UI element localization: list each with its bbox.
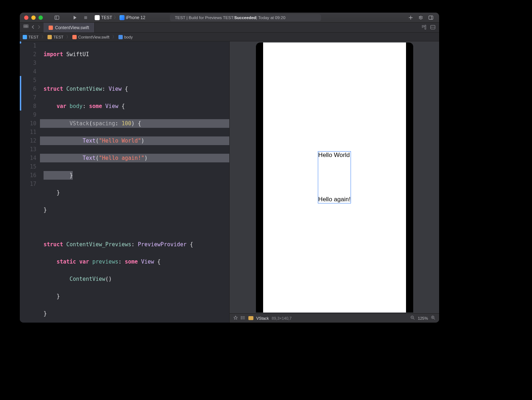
- tab-contentview[interactable]: ContentView.swift: [44, 23, 95, 32]
- canvas-footer: VStack 89,3×140,7 125%: [230, 313, 439, 323]
- inspector-toggle-icon[interactable]: [427, 14, 435, 22]
- add-icon[interactable]: [407, 14, 415, 22]
- svg-rect-10: [24, 26, 25, 28]
- zoom-out-icon[interactable]: [410, 315, 415, 321]
- maximize-icon[interactable]: [39, 15, 43, 20]
- svg-rect-11: [25, 26, 27, 28]
- device-frame: Hello World Hello again!: [256, 42, 413, 313]
- scheme-selector[interactable]: TEST 〉 iPhone 12: [95, 14, 145, 21]
- sidebar-toggle-icon[interactable]: [53, 14, 61, 22]
- main-split: 1234567891011121314151617 import SwiftUI…: [20, 41, 439, 323]
- status-result: Succeeded: [234, 15, 256, 20]
- back-button[interactable]: [31, 24, 36, 31]
- status-prefix: TEST | Build for Previews TEST:: [175, 15, 234, 20]
- selected-vstack[interactable]: Hello World Hello again!: [318, 151, 351, 203]
- xcode-window: TEST 〉 iPhone 12 TEST | Build for Previe…: [20, 13, 439, 323]
- adjust-editor-icon[interactable]: [430, 24, 436, 31]
- status-suffix: | Today at 09:20: [256, 15, 285, 20]
- minimap-icon[interactable]: [421, 24, 427, 31]
- traffic-lights: [24, 15, 43, 20]
- svg-rect-0: [55, 16, 59, 19]
- svg-point-23: [241, 318, 242, 318]
- close-icon[interactable]: [24, 15, 28, 20]
- jump-bar[interactable]: TEST〉 TEST〉 ContentView.swift〉 body: [20, 33, 439, 41]
- change-indicator: [20, 76, 21, 111]
- svg-line-26: [413, 318, 414, 319]
- preview-canvas: Hello World Hello again!: [229, 41, 439, 323]
- change-indicator: [20, 41, 21, 44]
- crumb-project[interactable]: TEST: [28, 35, 39, 39]
- related-items-icon[interactable]: [22, 24, 30, 31]
- zoom-in-icon[interactable]: [431, 315, 436, 321]
- svg-rect-7: [24, 25, 25, 26]
- swift-file-icon: [49, 26, 53, 30]
- svg-rect-8: [25, 25, 27, 26]
- svg-rect-2: [84, 16, 87, 19]
- vstack-badge-icon: [248, 316, 253, 320]
- tab-nav: [20, 23, 44, 32]
- list-icon[interactable]: [241, 315, 245, 321]
- tab-bar: ContentView.swift: [20, 23, 439, 33]
- run-button[interactable]: [71, 14, 79, 22]
- folder-icon: [48, 35, 52, 39]
- scheme-device-label: iPhone 12: [126, 15, 145, 20]
- forward-button[interactable]: [36, 24, 41, 31]
- line-gutter: 1234567891011121314151617: [20, 41, 40, 323]
- svg-point-22: [241, 316, 242, 317]
- minimize-icon[interactable]: [31, 15, 36, 20]
- preview-text-1[interactable]: Hello World: [318, 152, 351, 159]
- app-icon: [95, 15, 100, 20]
- scheme-app-label: TEST: [101, 15, 112, 20]
- svg-line-29: [434, 318, 435, 319]
- activity-status[interactable]: TEST | Build for Previews TEST: Succeede…: [170, 14, 321, 21]
- crumb-symbol[interactable]: body: [124, 35, 133, 39]
- tab-label: ContentView.swift: [55, 25, 89, 30]
- svg-rect-5: [429, 16, 433, 19]
- crumb-file[interactable]: ContentView.swift: [78, 35, 109, 39]
- swift-file-icon: [72, 35, 77, 39]
- titlebar: TEST 〉 iPhone 12 TEST | Build for Previe…: [20, 13, 439, 23]
- project-icon: [23, 35, 27, 39]
- pin-icon[interactable]: [233, 315, 238, 321]
- crumb-folder[interactable]: TEST: [53, 35, 63, 39]
- device-screen[interactable]: Hello World Hello again!: [263, 42, 406, 313]
- code-editor[interactable]: 1234567891011121314151617 import SwiftUI…: [20, 41, 229, 323]
- stop-button[interactable]: [82, 14, 90, 22]
- property-icon: [118, 35, 123, 39]
- preview-text-2[interactable]: Hello again!: [318, 196, 351, 203]
- svg-point-24: [241, 319, 242, 319]
- device-icon: [120, 15, 125, 20]
- svg-rect-9: [27, 25, 28, 26]
- selected-element-label: VStack: [256, 316, 269, 320]
- selected-element-dims: 89,3×140,7: [272, 316, 292, 320]
- svg-rect-16: [425, 25, 426, 29]
- zoom-level[interactable]: 125%: [418, 316, 428, 320]
- code-area[interactable]: import SwiftUI struct ContentView: View …: [40, 41, 229, 323]
- vstack-spacing: [318, 159, 351, 196]
- canvas-viewport[interactable]: Hello World Hello again!: [230, 41, 439, 313]
- library-icon[interactable]: [417, 14, 425, 22]
- svg-rect-12: [27, 26, 28, 28]
